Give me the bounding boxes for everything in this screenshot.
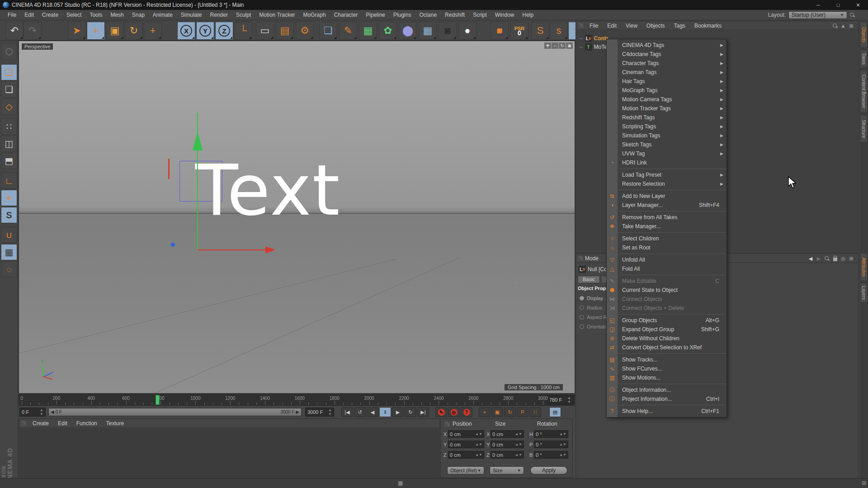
keying-help-button[interactable]: ? <box>461 407 472 417</box>
frame-range-slider[interactable]: ◀ 0 F3000 F ▶ <box>48 408 302 416</box>
lock-workplane-button[interactable]: ▦ <box>1 244 17 260</box>
material-menu-function[interactable]: Function <box>72 419 102 427</box>
attribute-property[interactable]: Aspect R <box>580 314 607 320</box>
context-menu-item[interactable]: ◲Expand Object GroupShift+G <box>607 325 726 334</box>
context-menu-item[interactable]: Restore Selection▶ <box>607 179 726 188</box>
filter-icon[interactable]: ▲ <box>839 22 847 29</box>
objmgr-menu-file[interactable]: File <box>585 22 603 30</box>
position-y-field[interactable]: 0 cm▲▼ <box>448 441 484 448</box>
panel-grip-icon[interactable] <box>578 23 583 28</box>
attribute-property[interactable]: Orientati <box>580 324 606 329</box>
new-panel-icon[interactable]: ⊞ <box>847 255 855 262</box>
pause-button[interactable]: ‖ <box>379 407 391 417</box>
coordinate-system[interactable]: └ <box>234 22 252 40</box>
status-icon[interactable]: ▦ <box>398 480 403 486</box>
end-frame-field[interactable]: 3000 F▲▼ <box>305 408 334 417</box>
layout-dropdown[interactable]: Startup (User)▼ <box>788 11 847 19</box>
context-menu-item[interactable]: ⑂Select Children <box>607 234 726 243</box>
panel-grip-icon[interactable] <box>444 422 450 427</box>
objmgr-menu-edit[interactable]: Edit <box>603 22 621 30</box>
key-position-toggle[interactable]: + <box>479 407 491 417</box>
make-editable-button[interactable]: ⬡ <box>1 43 17 60</box>
right-tab-content-browser[interactable]: Content Browser <box>860 70 868 113</box>
history-forward-icon[interactable]: ▶ <box>815 255 823 262</box>
workplane-mode-button[interactable]: ◇ <box>1 99 17 115</box>
context-menu-item[interactable]: C4doctane Tags▶ <box>607 50 726 59</box>
attributes-tab-basic[interactable]: Basic <box>578 276 600 283</box>
context-menu-item[interactable]: ?Show Help...Ctrl+F1 <box>607 407 726 416</box>
menubar-item-sculpt[interactable]: Sculpt <box>232 10 255 19</box>
goto-start-button[interactable]: |◀ <box>341 407 353 417</box>
context-menu-item[interactable]: ↺Remove from All Takes <box>607 213 726 222</box>
context-menu-item[interactable]: ∿Show FCurves... <box>607 364 726 373</box>
current-frame-field[interactable]: 0 F▲▼ <box>19 408 46 417</box>
context-menu-item[interactable]: ◱Group ObjectsAlt+G <box>607 316 726 325</box>
apply-button[interactable]: Apply <box>530 466 567 474</box>
play-backwards-button[interactable]: ↺ <box>354 407 366 417</box>
maximize-button[interactable]: □ <box>828 0 848 10</box>
pan-view-icon[interactable]: ✚ <box>544 42 551 49</box>
lock-y-axis[interactable]: Y <box>196 22 214 40</box>
coord-mode-dropdown[interactable]: Object (Rel)▼ <box>447 466 484 474</box>
context-menu-item[interactable]: Redshift Tags▶ <box>607 113 726 122</box>
viewport-camera-label[interactable]: Perspective <box>22 43 53 50</box>
previous-frame-button[interactable]: ◀ <box>367 407 378 417</box>
search-icon[interactable] <box>823 255 831 262</box>
context-menu-item[interactable]: UVW Tag▶ <box>607 149 726 158</box>
timeline-ruler[interactable]: 780 F▲▼ 02004006008001000120014001600180… <box>19 394 575 406</box>
rotation-b-field[interactable]: 0 °▲▼ <box>534 451 568 459</box>
close-button[interactable]: ✕ <box>848 0 868 10</box>
menubar-item-plugins[interactable]: Plugins <box>389 10 415 19</box>
context-menu-item[interactable]: ▥Show Motions... <box>607 373 726 382</box>
rotation-p-field[interactable]: 0 °▲▼ <box>534 441 568 448</box>
model-mode-button[interactable]: ❏ <box>1 64 17 80</box>
size-x-field[interactable]: 0 cm▲▼ <box>491 430 524 438</box>
material-menu-edit[interactable]: Edit <box>53 419 72 427</box>
context-menu-item[interactable]: △Fold All <box>607 264 726 273</box>
octane-folder-button[interactable]: ■ <box>491 22 509 40</box>
material-area[interactable] <box>19 428 439 477</box>
tweak-mode-button[interactable]: ⌖ <box>1 190 17 206</box>
context-menu-item[interactable]: Simulation Tags▶ <box>607 131 726 140</box>
mode-menu[interactable]: Mode <box>585 255 599 262</box>
light-menu[interactable]: ● <box>458 22 476 40</box>
menubar-item-window[interactable]: Window <box>491 10 519 19</box>
key-parameter-toggle[interactable]: P <box>517 407 528 417</box>
menubar-item-help[interactable]: Help <box>519 10 538 19</box>
menubar-item-redshift[interactable]: Redshift <box>441 10 469 19</box>
menubar-item-file[interactable]: File <box>4 10 20 19</box>
objmgr-menu-bookmarks[interactable]: Bookmarks <box>690 22 726 30</box>
points-mode-button[interactable]: ∷ <box>1 118 17 135</box>
key-pla-toggle[interactable]: ∷ <box>529 407 541 417</box>
object-row[interactable]: ─L0Contr <box>579 34 609 42</box>
history-back-icon[interactable]: ◀ <box>807 255 815 262</box>
camera-menu[interactable]: ◙ <box>439 22 457 40</box>
menubar-item-render[interactable]: Render <box>206 10 232 19</box>
menubar-item-octane[interactable]: Octane <box>415 10 441 19</box>
key-scale-toggle[interactable]: ▣ <box>491 407 503 417</box>
menubar-item-pipeline[interactable]: Pipeline <box>362 10 389 19</box>
context-menu-item[interactable]: Motion Tracker Tags▶ <box>607 104 726 113</box>
position-x-field[interactable]: 0 cm▲▼ <box>448 430 484 438</box>
context-menu-item[interactable]: ▤Show Tracks... <box>607 355 726 364</box>
texture-mode-button[interactable]: ❏ <box>1 81 17 98</box>
context-menu-item[interactable]: ⌂Set as Root <box>607 243 726 252</box>
render-settings-button[interactable]: ⚙ <box>296 22 314 40</box>
context-menu-item[interactable]: Hair Tags▶ <box>607 77 726 86</box>
rotate-view-icon[interactable]: ↻ <box>559 42 566 49</box>
panel-grip-icon[interactable] <box>578 256 583 261</box>
search-icon[interactable] <box>831 22 839 29</box>
psr-button[interactable]: PSR0 <box>510 22 528 40</box>
menubar-item-character[interactable]: Character <box>330 10 362 19</box>
move-tool[interactable]: + <box>87 22 105 40</box>
size-y-field[interactable]: 0 cm▲▼ <box>491 441 524 448</box>
key-rotation-toggle[interactable]: ↻ <box>504 407 516 417</box>
object-properties-section[interactable]: Object Prope <box>578 286 609 291</box>
target-icon[interactable]: ◎ <box>839 255 847 262</box>
keyframe-selection-button[interactable]: ▤ <box>549 407 561 417</box>
next-frame-button[interactable]: ▶ <box>392 407 404 417</box>
context-menu-item[interactable]: Load Tag Preset▶ <box>607 170 726 179</box>
zoom-view-icon[interactable]: ⌕ <box>552 42 558 49</box>
context-menu-item[interactable]: Cineman Tags▶ <box>607 68 726 77</box>
viewport-solo-button[interactable]: S <box>1 207 17 223</box>
